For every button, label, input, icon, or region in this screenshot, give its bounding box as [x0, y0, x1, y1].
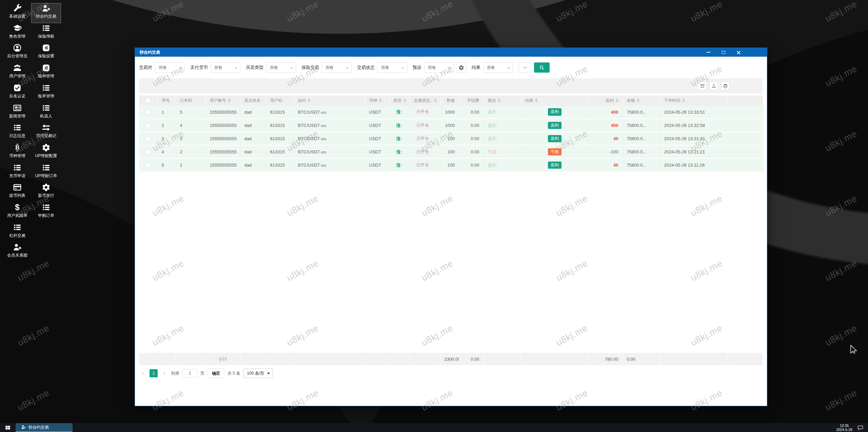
desktop-icon[interactable]: 提币列表 — [3, 183, 32, 202]
desktop-icon[interactable]: 秒合约交易 — [32, 3, 61, 23]
filter-select[interactable]: 所有 — [266, 62, 296, 73]
menu-icon — [42, 104, 51, 112]
subtotal-index — [157, 353, 176, 365]
desktop-icon[interactable]: 会员关系图 — [3, 242, 32, 262]
cell-type: 涨↑ — [389, 132, 410, 145]
columns-button[interactable] — [698, 81, 707, 90]
page-size-select[interactable]: 100 条/页 — [243, 369, 273, 378]
row-checkbox[interactable] — [146, 136, 151, 141]
row-checkbox[interactable] — [146, 150, 151, 154]
desktop-icon[interactable]: B币种管理 — [3, 143, 32, 162]
user_id-value: 613315 — [270, 123, 285, 128]
fee-value: 0.00 — [471, 163, 479, 168]
desktop-icon[interactable]: 新币发行 — [32, 183, 61, 202]
row-checkbox[interactable] — [146, 123, 151, 128]
notification-center-icon[interactable] — [852, 423, 868, 432]
desktop-icon[interactable]: 险单管理 — [32, 83, 61, 102]
desktop-icon[interactable]: 角色管理 — [3, 23, 32, 43]
window-titlebar[interactable]: 秒合约交易 — [135, 48, 767, 57]
sort-icon[interactable] — [498, 98, 500, 102]
desktop-icon[interactable]: 申购订单 — [32, 203, 61, 222]
next-page-button[interactable]: › — [161, 369, 168, 377]
desktop-icon[interactable]: 基础设置 — [3, 3, 32, 23]
sort-icon[interactable] — [379, 98, 382, 102]
desktop-icon[interactable]: UP理财订单 — [32, 163, 61, 182]
filter-select[interactable]: 所有 — [377, 62, 407, 73]
cell-user_id: 613315 — [266, 132, 294, 145]
sort-icon[interactable] — [403, 98, 406, 102]
header-trade_status[interactable]: 交易状态.. — [410, 95, 440, 106]
sort-icon[interactable] — [616, 98, 618, 102]
desktop-icon[interactable]: 实名认证 — [3, 83, 32, 102]
print-button[interactable] — [721, 81, 730, 90]
search-button[interactable] — [534, 62, 550, 73]
desktop-icon[interactable]: 日志信息 — [3, 123, 32, 142]
desktop-icon[interactable]: 用户管理 — [3, 63, 32, 82]
filter-item: 保险交易所有 — [301, 62, 352, 73]
sort-icon[interactable] — [308, 98, 311, 102]
desktop-icon[interactable]: 币币交易记 — [32, 123, 61, 142]
desktop-icon[interactable]: 后台管理员 — [3, 43, 32, 62]
prev-page-button[interactable]: ‹ — [139, 369, 146, 377]
badge-icon — [42, 43, 51, 52]
cell-type: 涨↑ — [389, 106, 410, 119]
chevron-down-icon — [522, 65, 528, 70]
sort-icon[interactable] — [434, 98, 437, 102]
header-profit[interactable]: 盈利 — [589, 95, 623, 106]
chevron-down-icon — [401, 67, 404, 69]
page-number-button[interactable]: 1 — [150, 369, 158, 377]
chevron-down-icon — [267, 373, 270, 374]
fee-value: 0.00 — [471, 136, 479, 141]
desktop-icon[interactable]: 险种管理 — [32, 63, 61, 82]
filter-label: 保险交易 — [301, 64, 319, 71]
export-button[interactable] — [709, 81, 718, 90]
desktop-icon[interactable]: 充币申请 — [3, 163, 32, 182]
desktop-icon[interactable]: 新闻管理 — [3, 103, 32, 123]
sort-icon[interactable] — [682, 98, 685, 102]
header-result[interactable]: 结果 — [521, 95, 589, 106]
row-checkbox[interactable] — [146, 110, 151, 115]
account-value: 15555555555 — [210, 149, 237, 154]
header-account[interactable]: 用户账号 — [205, 95, 240, 106]
trade-status-badge: 已平仓 — [414, 148, 432, 155]
desktop-icon[interactable]: 机器人 — [32, 103, 61, 123]
header-coin[interactable]: 币种 — [365, 95, 389, 106]
confirm-button[interactable]: 确定 — [208, 369, 224, 378]
desktop-icon[interactable]: 保险设置 — [32, 43, 61, 62]
sort-icon[interactable] — [637, 98, 639, 102]
svg-text:B: B — [15, 144, 19, 151]
cell-trade_status: 已平仓 — [410, 106, 440, 119]
result-badge: 盈利 — [548, 108, 561, 115]
filter-select[interactable]: 所有 — [211, 62, 240, 73]
taskbar-clock[interactable]: 13:35 2024-5-26 — [836, 424, 852, 432]
sort-icon[interactable] — [535, 98, 538, 102]
filter-select[interactable]: 所有 — [424, 62, 454, 73]
desktop-icon[interactable]: UP理财配置 — [32, 143, 61, 162]
filter-select[interactable]: 所有 — [155, 62, 185, 73]
filter-select[interactable]: 所有 — [322, 62, 352, 73]
header-preset[interactable]: 预设 — [484, 95, 521, 106]
header-order_time[interactable]: 下单时间 — [660, 95, 728, 106]
preset-settings-button[interactable] — [456, 62, 466, 73]
sort-icon[interactable] — [228, 98, 231, 102]
cell-index: 5 — [157, 158, 176, 172]
chevron-down-icon — [448, 67, 451, 69]
balance-value: 75800.0... — [627, 110, 647, 115]
header-type[interactable]: 类型 — [389, 95, 410, 106]
select-all-checkbox[interactable] — [146, 98, 151, 103]
row-checkbox[interactable] — [146, 163, 151, 168]
taskbar-app-button[interactable]: 秒合约交易 — [16, 423, 73, 432]
desktop-icon[interactable]: 保险理赔 — [32, 23, 61, 43]
filter-select[interactable]: 所有 — [483, 62, 513, 73]
desktop-icon[interactable]: $用户风险率 — [3, 203, 32, 222]
start-button[interactable] — [0, 423, 16, 432]
minimize-icon[interactable] — [707, 52, 710, 53]
goto-page-input[interactable] — [182, 369, 197, 378]
header-balance[interactable]: 余额 — [623, 95, 660, 106]
maximize-icon[interactable] — [722, 51, 725, 54]
close-icon[interactable] — [737, 51, 741, 54]
cell-real_name: dad — [240, 106, 266, 119]
desktop-icon[interactable]: 杠杆交易 — [3, 223, 32, 242]
header-contract[interactable]: 合约 — [294, 95, 365, 106]
collapse-filters-button[interactable] — [518, 62, 531, 73]
